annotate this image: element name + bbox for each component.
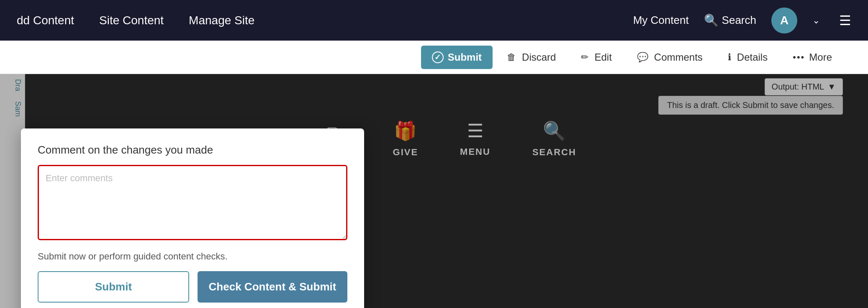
submit-button[interactable]: ✓ Submit	[421, 46, 493, 69]
hamburger-menu-icon[interactable]: ☰	[839, 13, 851, 28]
check-icon: ✓	[432, 51, 444, 63]
modal-buttons: Submit Check Content & Submit	[38, 271, 347, 303]
check-content-submit-button[interactable]: Check Content & Submit	[198, 271, 347, 303]
more-label: More	[809, 51, 832, 63]
modal-submit-button[interactable]: Submit	[38, 271, 189, 303]
toolbar: ✓ Submit 🗑 Discard ✏ Edit 💬 Comments ℹ D…	[0, 41, 868, 74]
nav-manage-site[interactable]: Manage Site	[189, 14, 254, 27]
nav-site-content[interactable]: Site Content	[99, 14, 164, 27]
info-icon: ℹ	[728, 52, 731, 63]
search-link[interactable]: 🔍 Search	[704, 13, 756, 27]
chevron-down-icon[interactable]: ⌄	[812, 15, 820, 26]
modal-title: Comment on the changes you made	[38, 144, 347, 157]
discard-button[interactable]: 🗑 Discard	[496, 46, 567, 69]
top-nav-right: My Content 🔍 Search A ⌄ ☰	[633, 8, 851, 33]
top-nav-left: dd Content Site Content Manage Site	[17, 14, 633, 27]
content-area: Dra Sam Output: HTML ▼ This is a draft. …	[0, 74, 868, 308]
comments-button[interactable]: 💬 Comments	[626, 46, 714, 69]
comments-textarea[interactable]	[38, 165, 347, 240]
my-content-link[interactable]: My Content	[633, 14, 689, 27]
edit-label: Edit	[594, 51, 611, 63]
trash-icon: 🗑	[507, 52, 516, 63]
submit-label: Submit	[448, 51, 482, 63]
edit-button[interactable]: ✏ Edit	[570, 46, 622, 69]
top-navigation: dd Content Site Content Manage Site My C…	[0, 0, 868, 41]
search-label: Search	[722, 14, 756, 27]
submit-modal: Comment on the changes you made Submit n…	[21, 128, 364, 308]
more-button[interactable]: ••• More	[782, 46, 843, 69]
avatar[interactable]: A	[771, 8, 797, 33]
details-button[interactable]: ℹ Details	[717, 46, 778, 69]
details-label: Details	[737, 51, 768, 63]
search-icon: 🔍	[704, 13, 719, 27]
more-dots-icon: •••	[793, 52, 805, 63]
comment-icon: 💬	[637, 52, 648, 63]
pencil-icon: ✏	[581, 52, 588, 63]
nav-add-content[interactable]: dd Content	[17, 14, 74, 27]
modal-hint: Submit now or perform guided content che…	[38, 251, 347, 262]
discard-label: Discard	[522, 51, 556, 63]
avatar-letter: A	[780, 14, 788, 27]
comments-label: Comments	[654, 51, 703, 63]
